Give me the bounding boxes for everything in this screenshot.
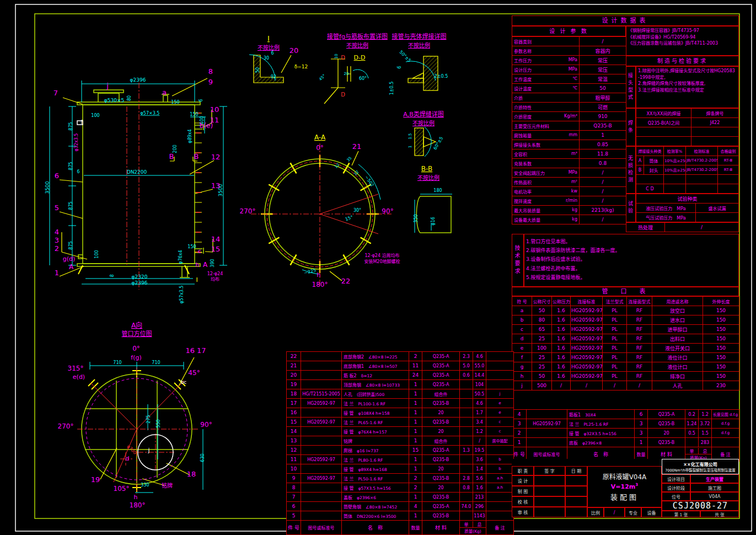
cell: 筒体 — [644, 156, 664, 165]
cell: PL — [603, 344, 627, 353]
cell: 接 管φ57X3.5 h=156 — [342, 483, 409, 493]
cell: 长度见图 d.f.g — [712, 410, 739, 419]
cell: 20 — [422, 464, 460, 474]
cell: a — [512, 306, 532, 315]
cell — [486, 361, 514, 371]
cad-label: 875 — [68, 201, 73, 210]
cell: 接 管φ32X3.5 h=156 — [567, 429, 635, 438]
cell: A — [636, 156, 644, 165]
cell: 1 — [409, 427, 422, 436]
date-cell — [565, 486, 587, 496]
cell: 20 — [422, 408, 460, 418]
cell: 爬梯φ16 l≈737 — [342, 446, 409, 455]
cell: 1 — [409, 399, 422, 408]
standard-item: 《钢制焊接常压容器》JB/T4735-97 — [628, 28, 737, 34]
cad-label: 60° — [359, 76, 367, 81]
test-label: 试验 — [626, 194, 636, 222]
heat-treatment-row: 热处理/ — [626, 222, 739, 232]
joint-notes: 1.除图中注明外,焊接接头型式及尺寸按HG20583 -1998中规定,2.角焊… — [636, 66, 739, 108]
cad-label: 15 — [211, 245, 221, 253]
cad-label: j — [147, 447, 149, 454]
cell: 设计温度℃ — [512, 84, 580, 93]
cad-label: 60°±5 — [432, 136, 444, 151]
cell: 3 — [635, 429, 648, 438]
cell: 1 — [409, 418, 422, 427]
cell: 人孔(回转拱盖)500 — [342, 389, 409, 399]
cell: 1.24 — [685, 419, 699, 429]
cell: 25 — [532, 353, 552, 362]
cell: PL — [603, 334, 627, 344]
cell: 筒体DN2200×6 l=3500 — [342, 511, 409, 521]
cad-label: 390 — [210, 259, 215, 267]
cad-label: 3 — [55, 236, 59, 244]
cad-label: 875 — [68, 241, 73, 249]
cad-label: φ32x3.5 — [74, 133, 79, 152]
cad-label: 1.5 — [408, 133, 412, 139]
cell: 22 — [287, 352, 301, 361]
cell: 合格级别 — [718, 147, 739, 156]
cell: / — [473, 436, 486, 446]
cell: 65 — [532, 325, 552, 334]
cell: 用途或名称 — [652, 297, 703, 306]
cell: 20 — [422, 483, 460, 493]
cell: HG20592-97 — [571, 372, 603, 381]
techreq-note: 5.按规定设置静电接地板。 — [526, 273, 737, 282]
cell: 介质特性 — [512, 103, 580, 112]
role-header-date: 日 期 — [565, 466, 587, 475]
cell: MPa — [677, 206, 685, 211]
major-label: 专业 — [625, 507, 641, 517]
cell: HG20592-97 — [571, 353, 603, 362]
company-box: ××化工有限公司 7000Nm³/h甲醇裂解制氢变压吸附制氢装置 — [662, 459, 739, 474]
cell: 19 — [287, 380, 301, 389]
cad-label: 350 — [414, 214, 419, 222]
cell: Q235-A — [422, 446, 460, 455]
cell: 0.2 — [685, 410, 699, 419]
cell: e — [512, 344, 532, 353]
cell: b — [486, 464, 514, 474]
cell: Q235-A — [422, 380, 460, 389]
major-value: 设备 — [641, 507, 662, 517]
cell: 1.5 — [699, 429, 712, 438]
technical-requirements: 技术要求 1.管口方位见本图。2.碳钢件表面涂防锈漆二度，面漆各一度。3.设备制… — [512, 234, 739, 287]
role-design: 设 计 — [512, 475, 534, 486]
cell: c — [512, 325, 532, 334]
cell: 工作压力MPa — [512, 56, 580, 65]
cad-label: B — [194, 152, 199, 160]
cell: HG20592-97 — [301, 418, 342, 427]
sign-cell — [534, 496, 565, 507]
cad-label: 21 — [352, 142, 362, 151]
cell: 2.8 — [460, 474, 473, 483]
cell — [301, 502, 342, 511]
cell — [301, 427, 342, 436]
cell: 连接面型式 — [627, 297, 652, 306]
cell: 17 — [287, 399, 301, 408]
cell: 组合件 — [422, 389, 460, 399]
design-params-table: 容器类别/参数名称容器内工作压力MPa常压设计压力MPa常压工作温度℃常温设计温… — [512, 36, 626, 224]
cell: Q235-B — [648, 419, 685, 429]
cad-label: 180° — [312, 281, 328, 288]
cell: j — [486, 389, 514, 399]
cell: 公称压力 — [552, 297, 571, 306]
design-data-table: 设计数据表 设 计 参 数 容器类别/参数名称容器内工作压力MPa常压设计压力M… — [512, 15, 739, 232]
cell: 名 称 — [342, 521, 409, 535]
cell: 试验种类 — [636, 194, 739, 204]
cad-label: 1 — [55, 269, 59, 277]
cell: / — [580, 215, 626, 224]
techreq-note: 4.法兰螺栓孔跨中布置。 — [526, 264, 737, 273]
cad-label: 180° — [130, 501, 146, 509]
cell: 1.2 — [699, 410, 712, 419]
cad-label: 12 — [211, 153, 221, 161]
cell — [301, 483, 342, 493]
cell: 符 号 — [512, 297, 532, 306]
cell: 人孔 — [652, 381, 703, 390]
cell: Q235-B(A)之间 — [636, 118, 691, 127]
cad-label: 0° — [132, 345, 140, 352]
cad-label: 16 17 — [185, 346, 206, 355]
cad-label: 13 — [211, 181, 221, 190]
cell: b — [486, 455, 514, 464]
cell: 底部角钢1∠80×8 l=507 — [342, 361, 409, 371]
cell — [301, 371, 342, 380]
cad-label: 270° — [240, 207, 256, 215]
techreq-note: 3.设备制作后应盛水试验。 — [526, 255, 737, 264]
cad-label: 接管fg与筋板布置详图 — [327, 33, 388, 40]
